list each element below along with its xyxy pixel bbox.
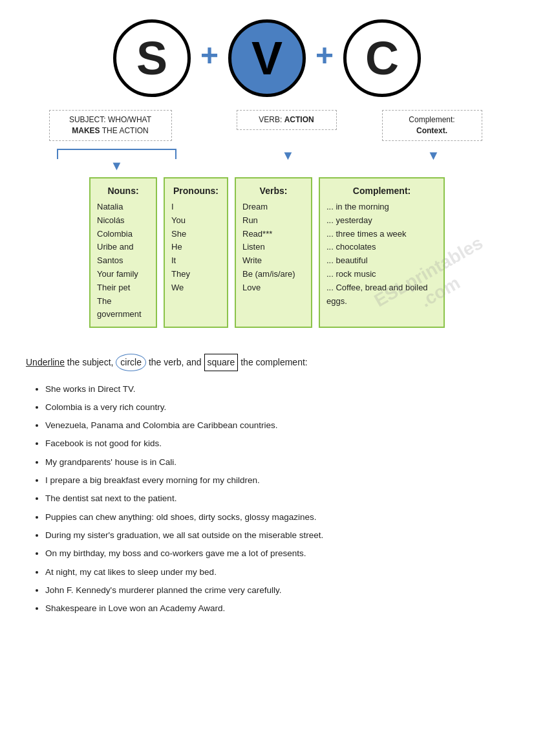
comp-item-3: ... chocolates [326, 241, 437, 254]
subject-label-box: SUBJECT: WHO/WHAT MAKES THE ACTION [49, 110, 172, 141]
categories-row: Nouns: Natalia Nicolás Colombia Uribe an… [26, 177, 508, 329]
verb-item-0: Dream [242, 200, 304, 214]
diagram-section: S + V + C SUBJECT: WHO/WHAT MAKES THE AC… [26, 19, 508, 328]
verb-arrow-area: ▼ [237, 149, 340, 162]
complement-circle: C [343, 19, 421, 97]
subject-label-bold: MAKES [72, 126, 100, 135]
subject-bracket-arrow: ▼ [111, 159, 123, 172]
comp-item-4: ... beautiful [326, 254, 437, 268]
comp-item-2: ... three times a week [326, 228, 437, 241]
subject-letter: S [136, 32, 167, 85]
complement-label-line1: Complement: [409, 115, 454, 124]
list-item: Puppies can chew anything: old shoes, di… [45, 510, 508, 525]
complement-arrow-area: ▼ [382, 149, 486, 162]
verb-item-6: Love [242, 281, 304, 295]
pronouns-title: Pronouns: [171, 184, 220, 198]
noun-item-5: Their pet [97, 281, 149, 295]
exercise-instruction: Underline the subject, circle the verb, … [26, 354, 508, 371]
instruction-text-3: the complement: [240, 357, 308, 367]
verb-label-text: VERB: ACTION [259, 115, 314, 124]
list-item: Facebook is not good for kids. [45, 436, 508, 451]
list-item: Shakespeare in Love won an Academy Award… [45, 601, 508, 616]
subject-bracket-line [57, 149, 176, 159]
complement-cat-title: Complement: [326, 184, 437, 198]
list-item: Venezuela, Panama and Colombia are Carib… [45, 418, 508, 433]
list-item: On my birthday, my boss and co-workers g… [45, 546, 508, 561]
comp-item-6: ... Coffee, bread and boiled eggs. [326, 281, 437, 308]
verb-item-5: Be (am/is/are) [242, 268, 304, 281]
comp-item-1: ... yesterday [326, 214, 437, 228]
complement-label-bold: Context. [416, 126, 447, 135]
noun-item-1: Nicolás [97, 214, 149, 228]
subject-circle: S [113, 19, 191, 97]
comp-item-5: ... rock music [326, 268, 437, 281]
list-item: I prepare a big breakfast every morning … [45, 473, 508, 488]
pronoun-item-0: I [171, 200, 220, 214]
circle-label: circle [116, 354, 146, 371]
exercise-list: She works in Direct TV. Colombia is a ve… [26, 382, 508, 617]
pronouns-box: Pronouns: I You She He It They We [164, 177, 228, 329]
verb-item-3: Listen [242, 241, 304, 254]
verbs-box: Verbs: Dream Run Read*** Listen Write Be… [235, 177, 312, 329]
complement-label-box: Complement: Context. [382, 110, 482, 141]
square-label: square [204, 354, 239, 371]
pronoun-item-4: It [171, 254, 220, 268]
list-item: During my sister's graduation, we all sa… [45, 528, 508, 543]
pronoun-item-6: We [171, 281, 220, 295]
verb-arrow: ▼ [282, 149, 295, 162]
plus-sign-1: + [191, 38, 228, 73]
nouns-title: Nouns: [97, 184, 149, 198]
list-item: The dentist sat next to the patient. [45, 491, 508, 506]
noun-item-3: Uribe and Santos [97, 241, 149, 268]
subject-label-line2: THE ACTION [100, 126, 149, 135]
noun-item-2: Colombia [97, 228, 149, 241]
pronoun-item-1: You [171, 214, 220, 228]
verbs-title: Verbs: [242, 184, 304, 198]
complement-letter: C [365, 32, 399, 85]
noun-item-6: The government [97, 295, 149, 322]
pronoun-item-2: She [171, 228, 220, 241]
exercise-section: Underline the subject, circle the verb, … [26, 347, 508, 616]
noun-item-0: Natalia [97, 200, 149, 214]
pronoun-item-5: They [171, 268, 220, 281]
underline-label: Underline [26, 357, 65, 367]
plus-sign-2: + [306, 38, 343, 73]
subject-label-line1: SUBJECT: WHO/WHAT [69, 115, 151, 124]
verb-letter: V [251, 32, 283, 85]
pronoun-item-3: He [171, 241, 220, 254]
verb-label-box: VERB: ACTION [237, 110, 337, 130]
nouns-box: Nouns: Natalia Nicolás Colombia Uribe an… [89, 177, 157, 329]
verb-item-4: Write [242, 254, 304, 268]
list-item: John F. Kennedy's murderer planned the c… [45, 583, 508, 598]
verb-item-1: Run [242, 214, 304, 228]
complement-box: Complement: ... in the morning ... yeste… [319, 177, 445, 329]
list-item: She works in Direct TV. [45, 382, 508, 397]
comp-item-0: ... in the morning [326, 200, 437, 214]
instruction-text-1: the subject, [67, 357, 116, 367]
noun-item-4: Your family [97, 268, 149, 281]
verb-item-2: Read*** [242, 228, 304, 241]
complement-arrow: ▼ [427, 149, 440, 162]
subject-bracket-area: ▼ [49, 149, 185, 172]
verb-circle: V [228, 19, 306, 97]
circles-row: S + V + C [26, 19, 508, 97]
instruction-text-2: the verb, and [149, 357, 204, 367]
list-item: Colombia is a very rich country. [45, 400, 508, 415]
list-item: My grandparents' house is in Cali. [45, 455, 508, 470]
list-item: At night, my cat likes to sleep under my… [45, 565, 508, 580]
